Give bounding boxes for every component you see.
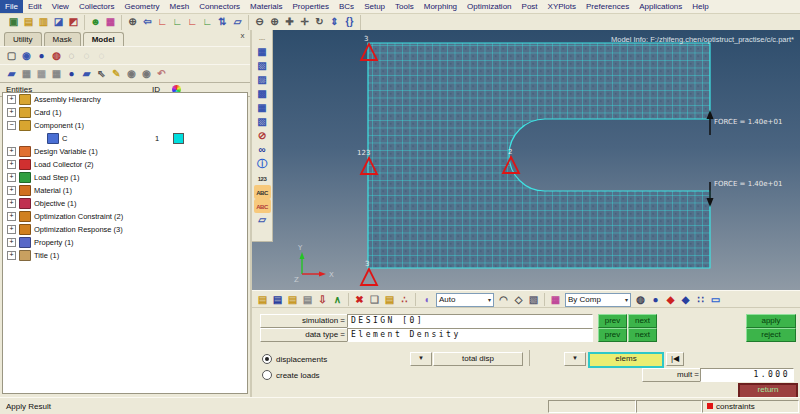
organize-icon[interactable]: ❏ [367,293,382,307]
find-icon[interactable]: ∞ [254,143,271,157]
component-color-swatch[interactable] [173,121,182,130]
plate-menu-icon[interactable]: ▰ [79,67,94,81]
open-session-icon[interactable]: ▤ [270,293,285,307]
new-session-icon[interactable]: ▣ [6,15,21,29]
script-icon[interactable]: ∧ [330,293,345,307]
component-color-swatch[interactable] [173,108,182,117]
tree-item[interactable]: + Objective (1) [3,197,247,210]
selector-mode-icon[interactable]: ◖ [419,293,434,307]
menu-item[interactable]: XYPlots [543,0,581,13]
menu-item[interactable]: Help [687,0,713,13]
expander-toggle[interactable]: + [7,173,16,182]
plate-icon[interactable]: ▱ [254,213,271,227]
browser-tab[interactable]: Mask [44,32,81,46]
menu-item[interactable]: BCs [334,0,359,13]
zoom-window-icon[interactable]: ⊕ [125,15,140,29]
export-icon[interactable]: ◩ [66,15,81,29]
mesh-wire-icon[interactable]: ▨ [254,73,271,87]
pan-icon[interactable]: ✛ [297,15,312,29]
check-none-icon[interactable]: ▦ [34,67,49,81]
color-palette-icon[interactable]: ▦ [103,15,118,29]
mesh-edges-icon[interactable]: ▧ [254,59,271,73]
menu-item[interactable]: Collectors [74,0,120,13]
component-color-swatch[interactable] [173,173,182,182]
dots-icon[interactable]: ∷ [693,293,708,307]
center-view-icon[interactable]: ✚ [282,15,297,29]
sphere-gray-icon[interactable]: ◌ [64,49,79,63]
rotate-view-icon[interactable]: ↻ [312,15,327,29]
tree-item[interactable]: + Design Variable (1) [3,145,247,158]
mesh-transparent-icon[interactable]: ▦ [254,101,271,115]
menu-item[interactable]: Edit [23,0,47,13]
menu-item[interactable]: File [0,0,23,13]
menu-item[interactable]: View [47,0,74,13]
cube-icon[interactable]: ▧ [526,293,541,307]
import-icon[interactable]: ◪ [51,15,66,29]
import-load-icon[interactable]: ⇩ [315,293,330,307]
mult-button[interactable]: mult = [642,368,705,382]
component-color-swatch[interactable] [173,95,182,104]
component-color-swatch[interactable] [173,160,182,169]
component-color-swatch[interactable] [173,251,182,260]
brackets-icon[interactable]: {} [342,15,357,29]
menu-item[interactable]: Materials [245,0,287,13]
tree-item[interactable]: + Load Collector (2) [3,158,247,171]
screen-icon[interactable]: ▭ [708,293,723,307]
menu-item[interactable]: Connectors [194,0,245,13]
menu-item[interactable]: Preferences [581,0,634,13]
datatype-selector-button[interactable]: data type = [260,328,351,342]
datatype-value-field[interactable]: Element Density [347,328,593,342]
elems-selector-button[interactable]: elems [588,352,664,368]
bycomp-color-icon[interactable]: ▦ [548,293,563,307]
section-cut-icon[interactable]: ⊘ [254,129,271,143]
component-color-swatch[interactable] [173,147,182,156]
delete-icon[interactable]: ✖ [352,293,367,307]
sphere-ghost1-icon[interactable]: ◌ [79,49,94,63]
expander-toggle[interactable]: + [7,212,16,221]
selector-mode-dropdown[interactable]: Auto ▾ [436,293,494,307]
browser-tab[interactable]: Utility [4,32,42,46]
tree-item[interactable]: C 1 [3,132,247,145]
check-all-icon[interactable]: ▦ [19,67,34,81]
tree-item[interactable]: + Optimization Constraint (2) [3,210,247,223]
open-gray-icon[interactable]: ▤ [300,293,315,307]
user-profile-icon[interactable]: ☻ [88,15,103,29]
menu-item[interactable]: Post [517,0,543,13]
apply-button[interactable]: apply [746,314,796,328]
info-icon[interactable]: ⓘ [254,157,271,171]
tree-item[interactable]: + Title (1) [3,249,247,262]
note-flag-icon[interactable]: ◍ [49,49,64,63]
menu-item[interactable]: Optimization [462,0,516,13]
undo-icon[interactable]: ↶ [154,67,169,81]
view-plane-icon[interactable]: ▱ [230,15,245,29]
view-yz-icon[interactable]: ∟ [200,15,215,29]
expander-toggle[interactable]: + [7,160,16,169]
pointer-icon[interactable]: ⇖ [94,67,109,81]
menu-item[interactable]: Geometry [119,0,164,13]
element-red-icon[interactable]: ◆ [663,293,678,307]
expander-toggle[interactable]: + [7,108,16,117]
simulation-prev-button[interactable]: prev [598,314,627,328]
view-xy-front-icon[interactable]: ∟ [155,15,170,29]
lasso-icon[interactable]: ◠ [496,293,511,307]
mesh-shaded-icon[interactable]: ▦ [254,45,271,59]
eye-plusminus-icon[interactable]: ◉ [124,67,139,81]
zoom-out-icon[interactable]: ⊖ [252,15,267,29]
mesh-canvas[interactable]: 3 123 2 3 FORCE = 1.40e+01 FORCE = 1.40e… [252,30,800,290]
component-color-swatch[interactable] [173,225,182,234]
menu-item[interactable]: Tools [390,0,419,13]
meshed-plate[interactable] [368,43,710,268]
browser-tab[interactable]: Model [83,32,124,46]
view-xz-icon[interactable]: ∟ [185,15,200,29]
eye-one-icon[interactable]: ◉ [139,67,154,81]
component-color-swatch[interactable] [173,212,182,221]
create-loads-radio[interactable] [262,370,272,380]
numbers-label-icon[interactable]: 123 [254,171,271,185]
view-xy-back-icon[interactable]: ∟ [170,15,185,29]
expander-toggle[interactable]: + [7,186,16,195]
tree-item[interactable]: + Property (1) [3,236,247,249]
component-view-icon[interactable]: ▰ [4,67,19,81]
tree-item[interactable]: + Assembly Hierarchy [3,93,247,106]
mesh-hidden-icon[interactable]: ▩ [254,87,271,101]
toolbar-grip[interactable]: ···· [254,31,271,45]
